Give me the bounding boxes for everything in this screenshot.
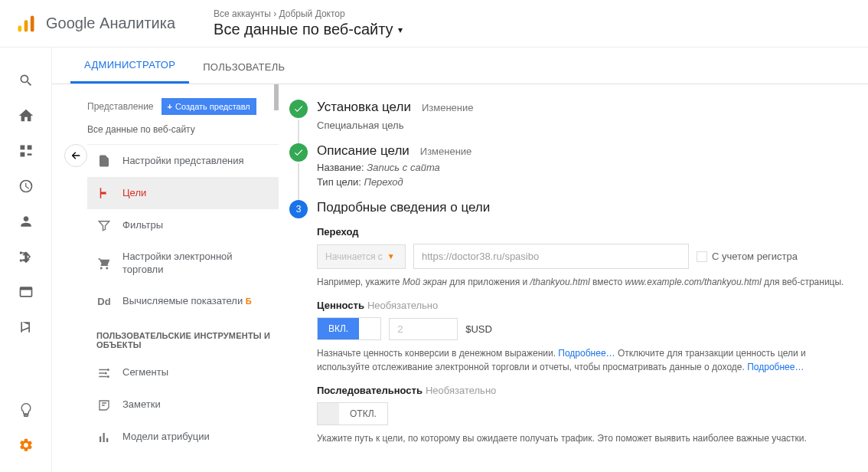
sidebar-item-filters[interactable]: Фильтры xyxy=(87,209,279,241)
current-view-name[interactable]: Все данные по веб-сайту xyxy=(87,120,279,145)
value-toggle[interactable]: ВКЛ. xyxy=(317,317,381,340)
home-icon[interactable] xyxy=(0,98,52,133)
svg-point-7 xyxy=(19,251,21,254)
plus-icon: + xyxy=(168,102,172,111)
audience-icon[interactable] xyxy=(0,204,52,239)
destination-help: Например, укажите Мой экран для приложен… xyxy=(317,275,845,289)
sidebar-item-label: Заметки xyxy=(122,398,271,411)
chevron-down-icon: ▼ xyxy=(387,252,395,261)
sidebar-item-segments[interactable]: Сегменты xyxy=(87,357,279,389)
cart-icon xyxy=(96,257,112,270)
sidebar-item-label: Цели xyxy=(122,187,271,200)
arrow-left-icon xyxy=(70,149,82,162)
sidebar-item-label: Настройки электронной торговли xyxy=(122,251,271,277)
sidebar-item-ecommerce[interactable]: Настройки электронной торговли xyxy=(87,241,279,286)
admin-tabs: АДМИНИСТРАТОР ПОЛЬЗОВАТЕЛЬ xyxy=(52,48,868,84)
sidebar-item-attribution[interactable]: Модели атрибуции xyxy=(87,421,279,454)
learn-more-link[interactable]: Подробнее… xyxy=(747,362,804,372)
sidebar-item-label: Модели атрибуции xyxy=(122,431,271,444)
customization-icon[interactable] xyxy=(0,133,52,169)
match-type-dropdown[interactable]: Начинается с ▼ xyxy=(317,244,406,269)
svg-point-16 xyxy=(107,375,109,378)
breadcrumb-sep: › xyxy=(273,8,276,19)
view-name: Все данные по веб-сайту xyxy=(214,21,393,38)
case-sensitive-checkbox[interactable]: С учетом регистра xyxy=(697,251,798,262)
currency-label: $USD xyxy=(465,323,492,335)
value-label: ЦенностьНеобязательно xyxy=(317,300,845,311)
view-column-label: Представление xyxy=(87,101,154,112)
goal-wizard: Установка цели Изменение Специальная цел… xyxy=(279,84,868,472)
value-block: ЦенностьНеобязательно ВКЛ. 2 $USD Назнач… xyxy=(317,300,845,374)
step-title: Описание цели xyxy=(317,143,410,159)
beta-badge: Б xyxy=(246,297,252,306)
toggle-off[interactable]: ОТКЛ. xyxy=(339,403,387,424)
search-icon[interactable] xyxy=(0,63,52,98)
admin-gear-icon[interactable] xyxy=(0,428,52,463)
document-icon xyxy=(96,154,112,168)
step-2: Описание цели Изменение Название: Запись… xyxy=(289,143,845,188)
logo[interactable]: Google Аналитика xyxy=(15,13,175,34)
destination-label: Переход xyxy=(317,226,845,238)
svg-rect-19 xyxy=(106,438,108,441)
flag-icon xyxy=(96,186,112,200)
analytics-logo-icon xyxy=(15,13,37,34)
funnel-toggle[interactable]: ОТКЛ. xyxy=(317,402,388,425)
left-nav-rail xyxy=(0,48,52,472)
create-view-button[interactable]: + Создать представл xyxy=(162,98,256,115)
back-button[interactable] xyxy=(64,144,87,167)
step-edit-link[interactable]: Изменение xyxy=(422,102,474,113)
svg-rect-11 xyxy=(99,369,107,370)
step-title: Установка цели xyxy=(317,100,411,115)
view-selector[interactable]: Все данные по веб-сайту ▾ xyxy=(214,21,403,38)
chevron-down-icon: ▾ xyxy=(398,25,403,35)
toggle-off[interactable] xyxy=(359,318,380,339)
toggle-on[interactable]: ВКЛ. xyxy=(318,318,359,339)
svg-rect-5 xyxy=(20,152,24,157)
acquisition-icon[interactable] xyxy=(0,239,52,274)
sidebar-item-notes[interactable]: Заметки xyxy=(87,389,279,421)
learn-more-link[interactable]: Подробнее… xyxy=(558,348,615,359)
conversions-icon[interactable] xyxy=(0,310,52,345)
tab-administrator[interactable]: АДМИНИСТРАТОР xyxy=(70,48,189,84)
svg-rect-6 xyxy=(27,153,31,156)
svg-point-14 xyxy=(107,369,109,371)
view-settings-sidebar: Представление + Создать представл Все да… xyxy=(87,84,279,472)
step-edit-link[interactable]: Изменение xyxy=(420,146,472,157)
notes-icon xyxy=(96,398,112,412)
sidebar-item-label: Настройки представления xyxy=(122,155,271,168)
destination-block: Переход Начинается с ▼ https://doctor38.… xyxy=(317,226,845,289)
svg-rect-3 xyxy=(20,146,24,150)
check-icon xyxy=(289,100,308,118)
toggle-on[interactable] xyxy=(318,403,339,424)
svg-rect-2 xyxy=(31,15,34,31)
logo-text: Google Аналитика xyxy=(46,15,175,32)
app-header: Google Аналитика Все аккаунты › Добрый Д… xyxy=(0,0,868,48)
value-input[interactable]: 2 xyxy=(389,318,458,340)
case-sensitive-label: С учетом регистра xyxy=(712,251,798,262)
svg-rect-4 xyxy=(27,146,31,150)
scrollbar[interactable] xyxy=(274,84,279,110)
breadcrumb-root: Все аккаунты xyxy=(214,8,271,19)
funnel-help: Укажите путь к цели, по которому вы ожид… xyxy=(317,431,845,445)
step-1: Установка цели Изменение Специальная цел… xyxy=(289,100,845,131)
sidebar-section-header: ПОЛЬЗОВАТЕЛЬСКИЕ ИНСТРУМЕНТЫ И ОБЪЕКТЫ xyxy=(87,317,279,357)
svg-rect-18 xyxy=(103,433,105,442)
filter-icon xyxy=(96,218,112,232)
destination-url-input[interactable]: https://doctor38.ru/spasibo xyxy=(413,244,689,269)
barchart-icon xyxy=(96,431,112,444)
sidebar-item-goals[interactable]: Цели xyxy=(87,177,279,209)
goal-name-kv: Название: Запись с сайта xyxy=(317,162,845,173)
sidebar-item-view-settings[interactable]: Настройки представления xyxy=(87,145,279,177)
checkbox-icon xyxy=(697,251,707,262)
match-type-value: Начинается с xyxy=(325,251,383,262)
discover-icon[interactable] xyxy=(0,392,52,428)
sidebar-item-label: Сегменты xyxy=(122,366,271,379)
realtime-icon[interactable] xyxy=(0,169,52,204)
breadcrumb-account: Добрый Доктор xyxy=(279,8,344,19)
sidebar-item-label: Фильтры xyxy=(122,219,271,232)
sidebar-item-calculated-metrics[interactable]: Dd Вычисляемые показатели Б xyxy=(87,286,279,317)
tab-user[interactable]: ПОЛЬЗОВАТЕЛЬ xyxy=(189,51,299,84)
behavior-icon[interactable] xyxy=(0,274,52,310)
header-account-selector[interactable]: Все аккаунты › Добрый Доктор Все данные … xyxy=(214,8,403,38)
svg-point-15 xyxy=(105,372,107,374)
